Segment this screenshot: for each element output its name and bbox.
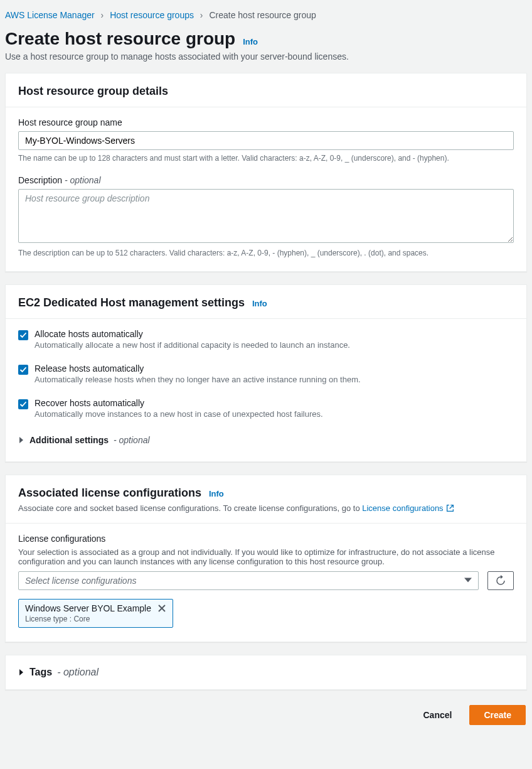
panel-assoc-desc: Associate core and socket based license … — [18, 503, 514, 514]
checkbox-recover-desc: Automatically move instances to a new ho… — [35, 409, 323, 419]
caret-down-icon — [464, 576, 472, 586]
info-link-assoc[interactable]: Info — [209, 489, 224, 498]
refresh-button[interactable] — [487, 571, 514, 590]
license-configurations-link[interactable]: License configurations — [362, 503, 454, 513]
cancel-button[interactable]: Cancel — [412, 705, 463, 725]
chevron-right-icon: › — [101, 10, 104, 20]
lc-token-title: Windows Server BYOL Example — [25, 603, 151, 613]
page-title: Create host resource group — [5, 29, 235, 49]
breadcrumb-current: Create host resource group — [209, 10, 316, 20]
checkbox-release[interactable] — [18, 365, 28, 375]
page-description: Use a host resource group to manage host… — [5, 51, 527, 62]
caret-right-icon — [18, 437, 24, 443]
lc-select[interactable]: Select license configurations — [18, 571, 479, 590]
panel-assoc: Associated license configurations Info A… — [5, 475, 527, 642]
panel-details: Host resource group details Host resourc… — [5, 73, 527, 272]
info-link-page[interactable]: Info — [243, 37, 258, 46]
check-icon — [19, 401, 27, 408]
expander-additional-settings[interactable]: Additional settings - optional — [18, 433, 514, 448]
lc-hint: Your selection is associated as a group … — [18, 547, 514, 566]
lc-select-placeholder: Select license configurations — [25, 576, 136, 586]
checkbox-recover-label: Recover hosts automatically — [35, 398, 323, 408]
lc-token-sub: License type : Core — [25, 615, 166, 623]
checkbox-release-label: Release hosts automatically — [35, 363, 361, 374]
checkbox-release-desc: Automatically release hosts when they no… — [35, 375, 361, 384]
name-input[interactable] — [18, 131, 514, 150]
name-label: Host resource group name — [18, 117, 514, 127]
breadcrumb-link-root[interactable]: AWS License Manager — [5, 10, 95, 20]
external-link-icon — [446, 504, 454, 514]
refresh-icon — [495, 575, 506, 586]
panel-details-title: Host resource group details — [18, 85, 168, 97]
panel-tags: Tags - optional — [5, 655, 527, 690]
breadcrumb: AWS License Manager › Host resource grou… — [5, 5, 527, 25]
footer-actions: Cancel Create — [5, 702, 527, 735]
checkbox-recover[interactable] — [18, 399, 28, 409]
description-input[interactable] — [18, 189, 514, 243]
chevron-right-icon: › — [200, 10, 203, 20]
create-button[interactable]: Create — [469, 705, 526, 725]
check-icon — [19, 366, 27, 374]
lc-token: Windows Server BYOL Example License type… — [18, 599, 173, 628]
info-link-ec2[interactable]: Info — [252, 299, 267, 308]
lc-token-remove[interactable] — [157, 604, 166, 613]
checkbox-allocate[interactable] — [18, 330, 28, 340]
lc-label: License configurations — [18, 534, 514, 544]
close-icon — [157, 604, 166, 613]
panel-assoc-title: Associated license configurations — [18, 487, 201, 499]
description-label: Description - optional — [18, 175, 514, 185]
check-icon — [19, 331, 27, 339]
breadcrumb-link-hostgroups[interactable]: Host resource groups — [110, 10, 194, 20]
panel-ec2: EC2 Dedicated Host management settings I… — [5, 284, 527, 462]
expander-tags[interactable]: Tags - optional — [18, 667, 514, 678]
description-hint: The description can be up to 512 charact… — [18, 249, 514, 257]
checkbox-allocate-label: Allocate hosts automatically — [35, 329, 350, 339]
name-hint: The name can be up to 128 characters and… — [18, 154, 514, 163]
panel-ec2-title: EC2 Dedicated Host management settings — [18, 296, 245, 309]
checkbox-allocate-desc: Automatically allocate a new host if add… — [35, 340, 350, 350]
caret-right-icon — [18, 669, 24, 675]
